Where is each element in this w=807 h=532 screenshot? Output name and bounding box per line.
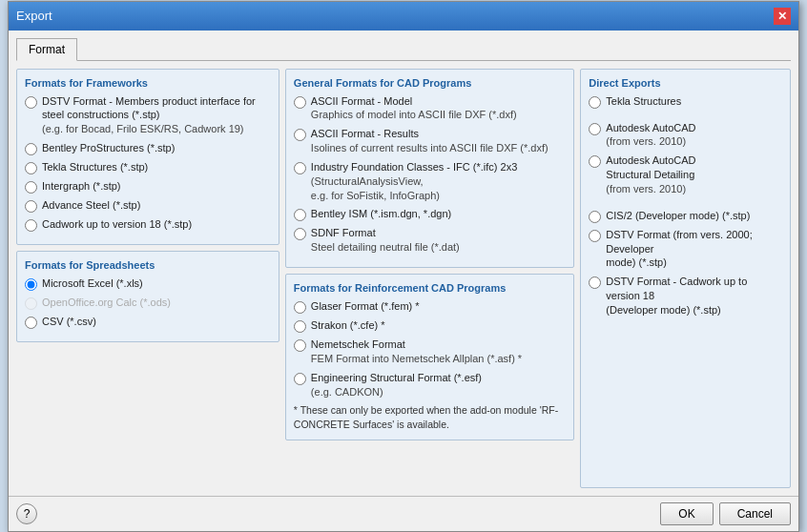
- section-direct-exports: Direct Exports Tekla Structures Autodesk…: [580, 69, 791, 488]
- list-item: Autodesk AutoCAD(from vers. 2010): [589, 121, 782, 150]
- label-advance: Advance Steel (*.stp): [42, 198, 140, 213]
- section-spreadsheets-title: Formats for Spreadsheets: [25, 259, 271, 271]
- label-dstv-cadwork-dev: DSTV Format - Cadwork up to version 18(D…: [606, 275, 782, 317]
- radio-csv[interactable]: [25, 317, 37, 329]
- label-excel: Microsoft Excel (*.xls): [42, 276, 143, 291]
- list-item: Bentley ProStructures (*.stp): [25, 141, 271, 155]
- radio-intergraph[interactable]: [25, 181, 37, 194]
- label-sdnf: SDNF FormatSteel detailing neutral file …: [311, 226, 460, 255]
- radio-tekla-left[interactable]: [25, 162, 37, 174]
- radio-ascii-results[interactable]: [294, 129, 306, 141]
- radio-ods[interactable]: [25, 297, 37, 310]
- list-item: Bentley ISM (*.ism.dgn, *.dgn): [294, 207, 566, 221]
- right-column: Direct Exports Tekla Structures Autodesk…: [580, 69, 791, 488]
- label-csv: CSV (*.csv): [42, 315, 96, 329]
- radio-ifc[interactable]: [294, 162, 306, 174]
- label-esf: Engineering Structural Format (*.esf)(e.…: [311, 371, 482, 399]
- radio-cadwork[interactable]: [25, 219, 37, 232]
- section-reinforcement-cad: Formats for Reinforcement CAD Programs G…: [285, 274, 574, 440]
- section-spreadsheets: Formats for Spreadsheets Microsoft Excel…: [16, 251, 279, 342]
- label-ods: OpenOffice.org Calc (*.ods): [42, 296, 171, 310]
- list-item: Autodesk AutoCADStructural Detailing(fro…: [589, 153, 782, 196]
- reinforcement-note: * These can only be exported when the ad…: [294, 403, 566, 431]
- label-bentley-ism: Bentley ISM (*.ism.dgn, *.dgn): [311, 207, 451, 221]
- radio-esf[interactable]: [294, 373, 306, 385]
- list-item: SDNF FormatSteel detailing neutral file …: [294, 226, 566, 255]
- help-button[interactable]: ?: [16, 503, 37, 524]
- radio-glaser[interactable]: [294, 301, 306, 314]
- dialog-body: Format Formats for Frameworks DSTV Forma…: [9, 31, 798, 496]
- list-item: Nemetschek FormatFEM Format into Nemetsc…: [294, 338, 566, 366]
- cancel-button[interactable]: Cancel: [719, 502, 791, 525]
- section-frameworks: Formats for Frameworks DSTV Format - Mem…: [16, 69, 279, 246]
- section-direct-exports-title: Direct Exports: [589, 77, 782, 89]
- radio-ascii-model[interactable]: [294, 96, 306, 109]
- list-item: Industry Foundation Classes - IFC (*.ifc…: [294, 160, 566, 203]
- list-item: OpenOffice.org Calc (*.ods): [25, 296, 271, 310]
- content-area: Formats for Frameworks DSTV Format - Mem…: [16, 69, 791, 488]
- label-ifc: Industry Foundation Classes - IFC (*.ifc…: [311, 160, 517, 203]
- label-autocad-2010: Autodesk AutoCAD(from vers. 2010): [606, 121, 695, 150]
- radio-cis2[interactable]: [589, 211, 601, 223]
- list-item: Glaser Format (*.fem) *: [294, 299, 566, 314]
- dialog-title: Export: [16, 9, 52, 23]
- tab-bar: Format: [16, 38, 791, 61]
- label-bentley: Bentley ProStructures (*.stp): [42, 141, 175, 155]
- list-item: Tekla Structures: [589, 94, 782, 109]
- label-tekla-right: Tekla Structures: [606, 94, 681, 109]
- section-frameworks-title: Formats for Frameworks: [25, 77, 271, 89]
- label-cadwork: Cadwork up to version 18 (*.stp): [42, 217, 192, 232]
- label-intergraph: Intergraph (*.stp): [42, 179, 121, 194]
- radio-bentley[interactable]: [25, 143, 37, 155]
- list-item: Tekla Structures (*.stp): [25, 160, 271, 174]
- label-dstv-developer: DSTV Format (from vers. 2000; Developerm…: [606, 228, 782, 271]
- radio-autocad-detailing[interactable]: [589, 155, 601, 168]
- list-item: Cadwork up to version 18 (*.stp): [25, 217, 271, 232]
- radio-tekla-right[interactable]: [589, 96, 601, 109]
- section-reinforcement-cad-title: Formats for Reinforcement CAD Programs: [294, 282, 566, 294]
- title-bar: Export ✕: [9, 2, 798, 31]
- list-item: Intergraph (*.stp): [25, 179, 271, 194]
- list-item: DSTV Format (from vers. 2000; Developerm…: [589, 228, 782, 271]
- dialog-footer: ? OK Cancel: [9, 496, 798, 531]
- list-item: DSTV Format - Cadwork up to version 18(D…: [589, 275, 782, 317]
- radio-advance[interactable]: [25, 200, 37, 213]
- label-strakon: Strakon (*.cfe) *: [311, 318, 385, 333]
- tab-format[interactable]: Format: [16, 38, 77, 61]
- label-ascii-results: ASCII Format - ResultsIsolines of curren…: [311, 127, 548, 155]
- list-item: CSV (*.csv): [25, 315, 271, 329]
- footer-right: OK Cancel: [660, 502, 791, 525]
- list-item: Strakon (*.cfe) *: [294, 318, 566, 333]
- footer-left: ?: [16, 503, 37, 524]
- radio-excel[interactable]: [25, 278, 37, 291]
- list-item: Engineering Structural Format (*.esf)(e.…: [294, 371, 566, 399]
- list-item: DSTV Format - Members product interface …: [25, 94, 271, 137]
- left-column: Formats for Frameworks DSTV Format - Mem…: [16, 69, 279, 488]
- list-item: CIS/2 (Developer mode) (*.stp): [589, 209, 782, 223]
- list-item: Microsoft Excel (*.xls): [25, 276, 271, 291]
- close-button[interactable]: ✕: [774, 8, 791, 25]
- list-item: ASCII Format - ResultsIsolines of curren…: [294, 127, 566, 155]
- radio-autocad-2010[interactable]: [589, 123, 601, 135]
- label-glaser: Glaser Format (*.fem) *: [311, 299, 420, 314]
- label-nemetschek: Nemetschek FormatFEM Format into Nemetsc…: [311, 338, 522, 366]
- label-dstv-framework: DSTV Format - Members product interface …: [42, 94, 271, 137]
- label-ascii-model: ASCII Format - ModelGraphics of model in…: [311, 94, 517, 123]
- label-tekla-left: Tekla Structures (*.stp): [42, 160, 148, 174]
- radio-bentley-ism[interactable]: [294, 209, 306, 221]
- mid-column: General Formats for CAD Programs ASCII F…: [285, 69, 574, 488]
- radio-sdnf[interactable]: [294, 228, 306, 240]
- radio-dstv-developer[interactable]: [589, 230, 601, 242]
- list-item: ASCII Format - ModelGraphics of model in…: [294, 94, 566, 123]
- radio-dstv-framework[interactable]: [25, 96, 37, 109]
- section-general-cad-title: General Formats for CAD Programs: [294, 77, 566, 89]
- radio-strakon[interactable]: [294, 320, 306, 333]
- radio-dstv-cadwork-dev[interactable]: [589, 276, 601, 289]
- label-autocad-detailing: Autodesk AutoCADStructural Detailing(fro…: [606, 153, 695, 196]
- label-cis2: CIS/2 (Developer mode) (*.stp): [606, 209, 750, 223]
- section-general-cad: General Formats for CAD Programs ASCII F…: [285, 69, 574, 269]
- radio-nemetschek[interactable]: [294, 339, 306, 352]
- export-dialog: Export ✕ Format Formats for Frameworks D…: [8, 1, 799, 532]
- ok-button[interactable]: OK: [660, 502, 713, 525]
- list-item: Advance Steel (*.stp): [25, 198, 271, 213]
